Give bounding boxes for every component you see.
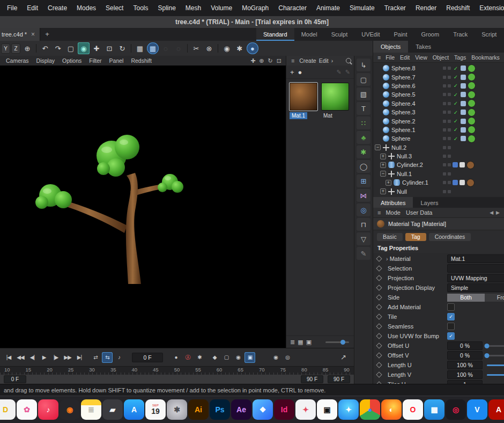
expander-toggle[interactable]: −: [380, 171, 386, 177]
animation-diamond-icon[interactable]: [376, 265, 382, 271]
object-row[interactable]: + Cylinder.1 ✓: [373, 178, 504, 187]
percent-field[interactable]: 0 %: [447, 341, 483, 350]
menu-item[interactable]: Character: [273, 4, 312, 12]
viewport-menu-item[interactable]: Cameras: [2, 57, 33, 64]
funnel-icon[interactable]: ▽: [357, 232, 370, 245]
menu-item[interactable]: Extensions: [475, 4, 504, 12]
enabled-check-icon[interactable]: ✓: [453, 92, 459, 98]
object-row[interactable]: Sphere ✓: [373, 134, 504, 143]
object-row[interactable]: Sphere.6 ✓: [373, 82, 504, 90]
object-row[interactable]: Sphere.3 ✓: [373, 108, 504, 116]
expander-toggle[interactable]: −: [375, 144, 381, 150]
snap-toggle-icon[interactable]: ▦: [147, 42, 159, 54]
separator[interactable]: [36, 44, 36, 53]
prev-frame-button[interactable]: ◀|: [27, 352, 38, 363]
object-menu-item[interactable]: View: [412, 54, 430, 61]
notes-icon[interactable]: ≣: [81, 399, 101, 420]
toggle-view-icon[interactable]: ⊡: [277, 57, 281, 64]
property-group-header[interactable]: Tag Properties: [373, 243, 504, 253]
goto-start-button[interactable]: |◀: [3, 352, 14, 363]
illustrator-icon[interactable]: Ai: [188, 399, 209, 420]
viewport-menu-item[interactable]: Panel: [106, 57, 128, 64]
segment-option[interactable]: Front: [485, 294, 504, 302]
simulation-icon[interactable]: ♣: [357, 131, 370, 144]
editor-visibility-dot[interactable]: [443, 67, 446, 70]
generators-icon[interactable]: ✱: [357, 145, 370, 158]
loop-playback-icon[interactable]: ⇄: [90, 352, 101, 363]
editor-visibility-dot[interactable]: [443, 163, 446, 166]
material-create-menu[interactable]: Create: [299, 57, 316, 64]
design-app-icon[interactable]: ✦: [295, 399, 316, 420]
render-view-icon[interactable]: ◉: [221, 42, 233, 54]
attribute-row[interactable]: › Material Mat.1 Mat.1 Mat.1 Mat.1: [373, 254, 504, 264]
editor-visibility-dot[interactable]: [443, 181, 446, 184]
animation-diamond-icon[interactable]: [376, 371, 382, 377]
render-visibility-dot[interactable]: [448, 102, 451, 105]
render-visibility-dot[interactable]: [448, 155, 451, 158]
render-visibility-dot[interactable]: [448, 190, 451, 193]
document-tab[interactable]: tree.c4d * ×: [0, 28, 40, 41]
opera-gx-icon[interactable]: ◎: [446, 399, 466, 420]
viewport-menu-item[interactable]: Redshift: [127, 57, 155, 64]
animation-diamond-icon[interactable]: [376, 333, 382, 339]
after-effects-icon[interactable]: Ae: [231, 399, 251, 420]
quantize-icon[interactable]: ◌: [160, 42, 172, 54]
y-axis-lock-button[interactable]: Y: [1, 43, 10, 54]
axis-lock-icon[interactable]: ⊕: [21, 42, 33, 54]
forward-icon[interactable]: ▶: [496, 210, 500, 215]
frame-ruler[interactable]: 1015202530354045505560657075808590: [0, 366, 354, 375]
compass-browser-icon[interactable]: ◉: [60, 399, 80, 420]
key-scale-icon[interactable]: ▢: [221, 352, 232, 363]
animation-diamond-icon[interactable]: [376, 362, 382, 368]
tag-icon[interactable]: [461, 92, 466, 97]
attribute-row[interactable]: Offset V 0 % 0 % 0 % 0 %: [373, 351, 504, 360]
object-menu-item[interactable]: Edit: [397, 54, 412, 61]
slider-knob[interactable]: [485, 344, 490, 348]
pan-view-icon[interactable]: ✚: [250, 57, 255, 64]
editor-visibility-dot[interactable]: [443, 111, 446, 114]
material-tag-icon[interactable]: [468, 91, 476, 99]
project-end-field[interactable]: 90 F: [328, 375, 350, 383]
edit-material-icon[interactable]: ✎: [345, 69, 350, 76]
editor-visibility-dot[interactable]: [443, 137, 446, 140]
workplane-mode-icon[interactable]: T: [357, 102, 370, 115]
separator[interactable]: [218, 44, 218, 53]
editor-visibility-dot[interactable]: [443, 172, 446, 176]
timeline-link-icon[interactable]: ⇆: [102, 352, 113, 363]
text-field[interactable]: [447, 264, 504, 273]
material-thumbnail[interactable]: [321, 83, 349, 111]
panel-menu-icon[interactable]: ≡: [375, 54, 383, 61]
ghost-icon[interactable]: ◎: [282, 352, 293, 363]
panel-menu-icon[interactable]: ≡: [375, 209, 383, 216]
user-data-menu[interactable]: User Data: [403, 209, 435, 216]
rotate-view-icon[interactable]: ↻: [268, 57, 273, 64]
render-visibility-dot[interactable]: [448, 172, 451, 176]
object-menu-item[interactable]: Object: [430, 54, 451, 61]
material-tag-icon[interactable]: [468, 126, 476, 134]
percent-field[interactable]: 0 %: [447, 351, 483, 360]
edit-material-icon[interactable]: ✎: [337, 69, 342, 76]
editor-visibility-dot[interactable]: [443, 102, 446, 105]
attribute-row[interactable]: Length U 100 % 100 % 100 % 100 %: [373, 360, 504, 370]
small-grid-view-icon[interactable]: ▦: [298, 339, 303, 346]
editor-visibility-dot[interactable]: [443, 128, 446, 132]
viewport-menu-item[interactable]: Display: [33, 57, 58, 64]
tag-icon[interactable]: [459, 162, 465, 167]
menu-item[interactable]: Select: [101, 4, 128, 12]
render-visibility-dot[interactable]: [448, 181, 451, 184]
tag-icon[interactable]: [461, 101, 466, 106]
prev-key-button[interactable]: ◀◀: [15, 352, 26, 363]
render-visibility-dot[interactable]: [448, 93, 451, 96]
key-parameter-icon[interactable]: ▣: [244, 352, 255, 363]
editor-visibility-dot[interactable]: [443, 190, 446, 193]
menu-item[interactable]: Create: [43, 4, 72, 12]
photoshop-icon[interactable]: Ps: [210, 399, 230, 420]
attribute-row[interactable]: Seamless: [373, 322, 504, 331]
menu-item[interactable]: File: [2, 4, 22, 12]
panel-tab[interactable]: Layers: [413, 197, 446, 208]
grid-app-icon[interactable]: ▦: [424, 399, 444, 420]
value-slider[interactable]: [487, 355, 504, 356]
object-row[interactable]: Sphere.8 ✓: [373, 64, 504, 72]
stitch-tool-icon[interactable]: ⊗: [203, 42, 215, 54]
menu-item[interactable]: Spline: [153, 4, 180, 12]
